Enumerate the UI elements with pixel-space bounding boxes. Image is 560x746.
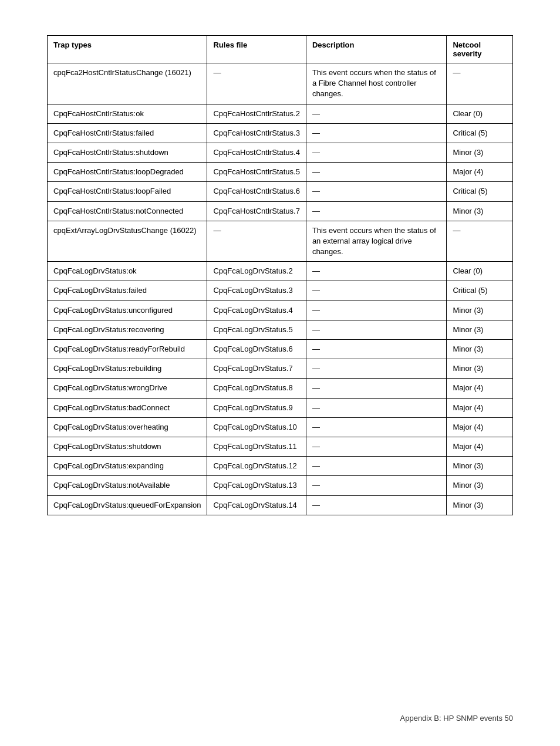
cell-description: — [306, 281, 447, 301]
table-row: CpqFcaLogDrvStatus:queuedForExpansionCpq… [48, 495, 513, 515]
cell-rules: CpqFcaLogDrvStatus.6 [207, 340, 306, 359]
cell-rules: — [207, 63, 306, 104]
cell-trap: CpqFcaHostCntlrStatus:loopFailed [48, 182, 207, 201]
table-row: CpqFcaLogDrvStatus:readyForRebuildCpqFca… [48, 340, 513, 359]
table-row: CpqFcaLogDrvStatus:notAvailableCpqFcaLog… [48, 476, 513, 495]
cell-rules: CpqFcaLogDrvStatus.4 [207, 301, 306, 320]
page-footer: Appendix B: HP SNMP events 50 [400, 714, 513, 723]
cell-trap: CpqFcaLogDrvStatus:failed [48, 281, 207, 301]
cell-rules: CpqFcaLogDrvStatus.3 [207, 281, 306, 301]
cell-netcool: Minor (3) [447, 457, 513, 476]
cell-rules: CpqFcaLogDrvStatus.10 [207, 417, 306, 437]
cell-rules: CpqFcaLogDrvStatus.14 [207, 495, 306, 515]
cell-description: — [306, 201, 447, 221]
cell-rules: CpqFcaLogDrvStatus.2 [207, 262, 306, 281]
cell-rules: CpqFcaLogDrvStatus.12 [207, 457, 306, 476]
cell-description: — [306, 379, 447, 398]
table-row: CpqFcaLogDrvStatus:overheatingCpqFcaLogD… [48, 417, 513, 437]
cell-trap: CpqFcaHostCntlrStatus:notConnected [48, 201, 207, 221]
cell-netcool: Major (4) [447, 398, 513, 417]
cell-rules: CpqFcaLogDrvStatus.9 [207, 398, 306, 417]
cell-description: — [306, 476, 447, 495]
cell-description: — [306, 163, 447, 182]
cell-netcool: Critical (5) [447, 123, 513, 143]
cell-trap: CpqFcaLogDrvStatus:shutdown [48, 437, 207, 456]
cell-rules: CpqFcaLogDrvStatus.5 [207, 320, 306, 339]
cell-netcool: — [447, 221, 513, 262]
cell-trap: cpqFca2HostCntlrStatusChange (16021) [48, 63, 207, 104]
table-row: CpqFcaLogDrvStatus:shutdownCpqFcaLogDrvS… [48, 437, 513, 456]
cell-rules: CpqFcaLogDrvStatus.11 [207, 437, 306, 456]
cell-trap: CpqFcaHostCntlrStatus:loopDegraded [48, 163, 207, 182]
table-row: cpqExtArrayLogDrvStatusChange (16022)—Th… [48, 221, 513, 262]
table-row: CpqFcaHostCntlrStatus:loopFailedCpqFcaHo… [48, 182, 513, 201]
cell-trap: CpqFcaLogDrvStatus:notAvailable [48, 476, 207, 495]
table-row: CpqFcaHostCntlrStatus:shutdownCpqFcaHost… [48, 143, 513, 162]
table-row: CpqFcaLogDrvStatus:okCpqFcaLogDrvStatus.… [48, 262, 513, 281]
cell-trap: CpqFcaLogDrvStatus:badConnect [48, 398, 207, 417]
cell-description: — [306, 262, 447, 281]
table-row: CpqFcaHostCntlrStatus:okCpqFcaHostCntlrS… [48, 104, 513, 123]
table-row: CpqFcaHostCntlrStatus:loopDegradedCpqFca… [48, 163, 513, 182]
cell-trap: CpqFcaHostCntlrStatus:ok [48, 104, 207, 123]
trap-types-table: Trap types Rules file Description Netcoo… [47, 35, 513, 515]
cell-trap: CpqFcaLogDrvStatus:ok [48, 262, 207, 281]
cell-rules: — [207, 221, 306, 262]
table-row: CpqFcaLogDrvStatus:rebuildingCpqFcaLogDr… [48, 359, 513, 379]
cell-description: This event occurs when the status of a F… [306, 63, 447, 104]
cell-description: — [306, 437, 447, 456]
cell-rules: CpqFcaLogDrvStatus.7 [207, 359, 306, 379]
cell-trap: CpqFcaLogDrvStatus:queuedForExpansion [48, 495, 207, 515]
cell-description: — [306, 182, 447, 201]
cell-netcool: Minor (3) [447, 320, 513, 339]
table-row: CpqFcaLogDrvStatus:recoveringCpqFcaLogDr… [48, 320, 513, 339]
cell-netcool: Minor (3) [447, 476, 513, 495]
cell-trap: cpqExtArrayLogDrvStatusChange (16022) [48, 221, 207, 262]
cell-netcool: Critical (5) [447, 182, 513, 201]
header-netcool-severity: Netcoolseverity [447, 36, 513, 63]
table-row: CpqFcaHostCntlrStatus:failedCpqFcaHostCn… [48, 123, 513, 143]
header-trap-types: Trap types [48, 36, 207, 63]
cell-trap: CpqFcaLogDrvStatus:unconfigured [48, 301, 207, 320]
cell-netcool: Minor (3) [447, 359, 513, 379]
header-description: Description [306, 36, 447, 63]
cell-rules: CpqFcaHostCntlrStatus.3 [207, 123, 306, 143]
cell-trap: CpqFcaLogDrvStatus:overheating [48, 417, 207, 437]
cell-rules: CpqFcaHostCntlrStatus.5 [207, 163, 306, 182]
cell-rules: CpqFcaLogDrvStatus.8 [207, 379, 306, 398]
cell-netcool: — [447, 63, 513, 104]
header-rules-file: Rules file [207, 36, 306, 63]
cell-description: This event occurs when the status of an … [306, 221, 447, 262]
cell-description: — [306, 340, 447, 359]
cell-netcool: Major (4) [447, 379, 513, 398]
cell-trap: CpqFcaLogDrvStatus:rebuilding [48, 359, 207, 379]
cell-trap: CpqFcaLogDrvStatus:recovering [48, 320, 207, 339]
cell-description: — [306, 301, 447, 320]
cell-netcool: Minor (3) [447, 143, 513, 162]
cell-description: — [306, 123, 447, 143]
cell-netcool: Clear (0) [447, 262, 513, 281]
cell-rules: CpqFcaLogDrvStatus.13 [207, 476, 306, 495]
cell-description: — [306, 359, 447, 379]
table-row: cpqFca2HostCntlrStatusChange (16021)—Thi… [48, 63, 513, 104]
cell-netcool: Major (4) [447, 437, 513, 456]
cell-description: — [306, 320, 447, 339]
cell-netcool: Minor (3) [447, 340, 513, 359]
table-row: CpqFcaHostCntlrStatus:notConnectedCpqFca… [48, 201, 513, 221]
cell-description: — [306, 143, 447, 162]
cell-netcool: Minor (3) [447, 495, 513, 515]
cell-description: — [306, 457, 447, 476]
cell-rules: CpqFcaHostCntlrStatus.6 [207, 182, 306, 201]
cell-netcool: Critical (5) [447, 281, 513, 301]
cell-netcool: Minor (3) [447, 201, 513, 221]
cell-rules: CpqFcaHostCntlrStatus.7 [207, 201, 306, 221]
cell-description: — [306, 417, 447, 437]
cell-netcool: Major (4) [447, 163, 513, 182]
cell-trap: CpqFcaLogDrvStatus:readyForRebuild [48, 340, 207, 359]
cell-trap: CpqFcaLogDrvStatus:expanding [48, 457, 207, 476]
cell-rules: CpqFcaHostCntlrStatus.2 [207, 104, 306, 123]
table-row: CpqFcaLogDrvStatus:badConnectCpqFcaLogDr… [48, 398, 513, 417]
table-row: CpqFcaLogDrvStatus:wrongDriveCpqFcaLogDr… [48, 379, 513, 398]
cell-rules: CpqFcaHostCntlrStatus.4 [207, 143, 306, 162]
table-row: CpqFcaLogDrvStatus:expandingCpqFcaLogDrv… [48, 457, 513, 476]
